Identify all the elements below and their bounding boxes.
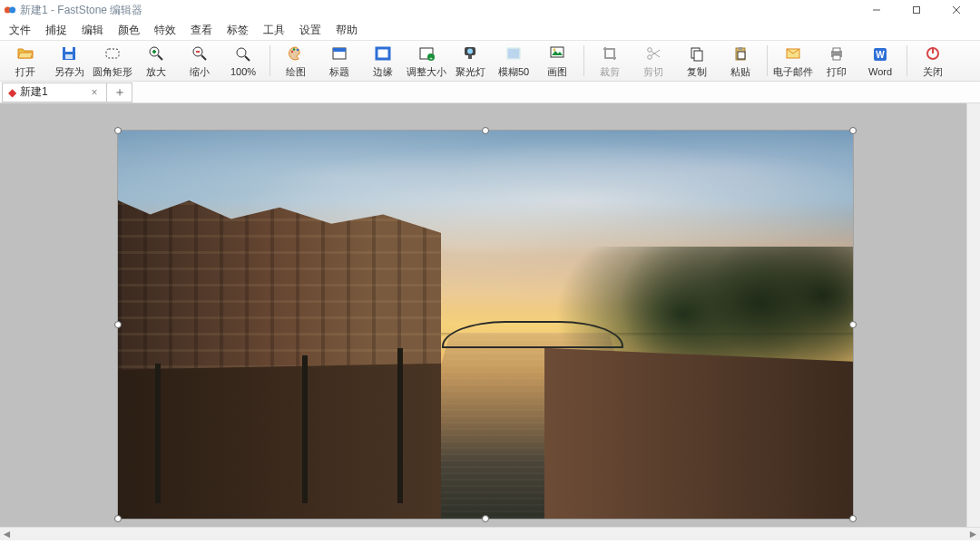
document-tab[interactable]: ◆ 新建1 × <box>2 83 107 102</box>
paste-label: 粘贴 <box>730 65 750 79</box>
resize-handle-bl[interactable] <box>114 515 122 522</box>
resize-arrows-icon: + <box>416 44 436 63</box>
close-label: 关闭 <box>923 65 943 79</box>
menu-2[interactable]: 编辑 <box>74 21 111 40</box>
svg-point-30 <box>467 48 473 53</box>
svg-text:W: W <box>876 50 885 60</box>
menu-1[interactable]: 捕捉 <box>38 21 74 40</box>
edge-button[interactable]: 边缘 <box>361 41 405 81</box>
zoomin-button[interactable]: 放大 <box>134 41 178 81</box>
canvas-selection[interactable] <box>118 131 853 519</box>
drawimg-label: 画图 <box>547 65 567 79</box>
menu-8[interactable]: 设置 <box>292 21 328 40</box>
tab-add-button[interactable]: ＋ <box>107 83 132 102</box>
cut-button: 剪切 <box>632 41 675 81</box>
zoom-actual-icon <box>233 44 253 64</box>
zoomout-label: 缩小 <box>190 65 210 79</box>
tab-bar: ◆ 新建1 × ＋ <box>0 82 980 103</box>
copy-button[interactable]: 复制 <box>675 41 719 81</box>
rounded-rect-icon <box>103 44 122 63</box>
toolbar-separator <box>579 41 588 81</box>
menu-7[interactable]: 工具 <box>256 21 292 40</box>
blur50-button[interactable]: 模糊50 <box>492 41 535 81</box>
print-button[interactable]: 打印 <box>815 41 858 81</box>
resize-handle-tr[interactable] <box>849 127 857 134</box>
svg-point-35 <box>554 48 556 51</box>
blur50-label: 模糊50 <box>498 65 529 79</box>
title-icon <box>329 44 349 63</box>
svg-rect-7 <box>65 47 73 52</box>
menu-6[interactable]: 标签 <box>220 21 256 40</box>
spotlight-icon <box>460 44 480 63</box>
resize-handle-ml[interactable] <box>114 321 122 328</box>
close-window-button[interactable] <box>936 0 976 20</box>
svg-rect-47 <box>833 48 840 52</box>
crop-label: 裁剪 <box>600 65 620 79</box>
title-button[interactable]: 标题 <box>318 41 361 81</box>
zoomout-button[interactable]: 缩小 <box>178 41 221 81</box>
print-label: 打印 <box>827 65 847 79</box>
maximize-button[interactable] <box>897 0 936 20</box>
toolbar-separator <box>265 41 274 81</box>
svg-line-18 <box>245 56 250 61</box>
menu-4[interactable]: 特效 <box>147 21 183 40</box>
edge-label: 边缘 <box>373 65 393 79</box>
svg-rect-48 <box>833 55 840 60</box>
toolbar: 打开另存为圆角矩形放大缩小100%绘图标题边缘+调整大小聚光灯模糊50画图裁剪剪… <box>0 40 980 82</box>
menu-5[interactable]: 查看 <box>183 21 220 40</box>
scroll-left-icon[interactable]: ◄ <box>0 528 14 541</box>
copy-label: 复制 <box>687 65 707 79</box>
email-button[interactable]: 电子邮件 <box>771 41 815 81</box>
resize-handle-bm[interactable] <box>482 515 489 522</box>
draw-button[interactable]: 绘图 <box>274 41 318 81</box>
roundrect-button[interactable]: 圆角矩形 <box>91 41 134 81</box>
copy-icon <box>687 44 707 63</box>
minimize-button[interactable] <box>857 0 897 20</box>
window-title: 新建1 - FastStone 编辑器 <box>20 3 142 18</box>
blur-icon <box>504 44 524 63</box>
tab-close-button[interactable]: × <box>88 86 101 99</box>
roundrect-label: 圆角矩形 <box>93 65 132 79</box>
svg-line-38 <box>652 51 661 57</box>
svg-point-20 <box>293 48 295 50</box>
resize-handle-tl[interactable] <box>114 127 122 134</box>
menu-0[interactable]: 文件 <box>2 21 38 40</box>
word-button[interactable]: WWord <box>858 41 902 81</box>
svg-rect-41 <box>694 51 702 61</box>
svg-rect-8 <box>65 54 73 59</box>
paste-button[interactable]: 粘贴 <box>719 41 762 81</box>
svg-rect-43 <box>739 47 742 50</box>
menu-9[interactable]: 帮助 <box>328 21 365 40</box>
toolbar-separator <box>902 41 911 81</box>
svg-point-1 <box>9 7 15 14</box>
svg-line-39 <box>652 50 661 56</box>
close-button[interactable]: 关闭 <box>911 41 955 81</box>
vertical-scrollbar[interactable] <box>966 103 980 527</box>
open-button[interactable]: 打开 <box>4 41 47 81</box>
menu-3[interactable]: 颜色 <box>111 21 147 40</box>
horizontal-scrollbar[interactable]: ◄ ► <box>0 527 980 540</box>
zoomin-label: 放大 <box>146 65 166 79</box>
title-label: 标题 <box>329 65 349 79</box>
resize-handle-tm[interactable] <box>482 127 489 134</box>
resize-button[interactable]: +调整大小 <box>405 41 448 81</box>
svg-rect-31 <box>468 55 472 59</box>
svg-rect-24 <box>377 48 389 59</box>
image-canvas[interactable] <box>118 131 853 519</box>
drawimg-button[interactable]: 画图 <box>535 41 579 81</box>
tab-label: 新建1 <box>20 84 88 100</box>
spot-label: 聚光灯 <box>456 65 485 79</box>
saveas-label: 另存为 <box>54 65 84 79</box>
scroll-right-icon[interactable]: ► <box>966 528 980 541</box>
zoom100-button[interactable]: 100% <box>221 41 265 81</box>
spot-button[interactable]: 聚光灯 <box>448 41 492 81</box>
svg-rect-3 <box>914 7 920 14</box>
folder-open-icon <box>15 44 35 63</box>
resize-handle-mr[interactable] <box>849 321 857 328</box>
resize-handle-br[interactable] <box>849 515 857 522</box>
svg-rect-34 <box>551 47 564 57</box>
svg-rect-23 <box>333 48 346 52</box>
title-bar: 新建1 - FastStone 编辑器 <box>0 0 980 20</box>
saveas-button[interactable]: 另存为 <box>47 41 91 81</box>
app-icon <box>4 4 16 16</box>
